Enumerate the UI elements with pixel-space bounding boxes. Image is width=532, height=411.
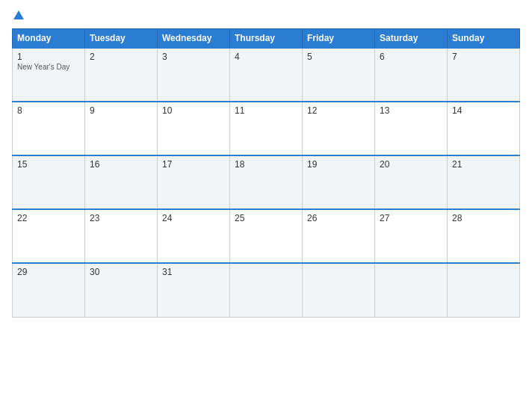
calendar-cell: 11 — [230, 102, 303, 155]
day-number: 6 — [380, 52, 442, 62]
weekday-header-friday: Friday — [303, 29, 375, 49]
logo-icon — [12, 9, 25, 22]
day-number: 22 — [17, 213, 80, 223]
day-number: 11 — [235, 105, 297, 116]
week-row-2: 891011121314 — [13, 102, 520, 155]
day-number: 28 — [452, 213, 515, 223]
weekday-header-sunday: Sunday — [448, 29, 520, 49]
calendar-cell: 23 — [85, 209, 158, 263]
calendar-cell: 6 — [375, 48, 448, 102]
day-number: 24 — [162, 213, 225, 223]
logo — [12, 9, 25, 22]
day-number: 5 — [307, 52, 370, 62]
calendar-cell — [448, 263, 520, 317]
day-number: 13 — [380, 105, 442, 116]
calendar-container: MondayTuesdayWednesdayThursdayFridaySatu… — [0, 0, 532, 411]
calendar-cell: 24 — [158, 209, 230, 263]
day-number: 4 — [235, 52, 297, 62]
calendar-cell: 28 — [448, 209, 520, 263]
day-number: 23 — [90, 213, 152, 223]
calendar-cell — [303, 263, 375, 317]
calendar-cell — [375, 263, 448, 317]
holiday-name: New Year's Day — [17, 63, 80, 71]
calendar-header — [12, 9, 520, 22]
calendar-cell — [230, 263, 303, 317]
weekday-header-row: MondayTuesdayWednesdayThursdayFridaySatu… — [13, 29, 520, 49]
day-number: 29 — [17, 267, 80, 277]
calendar-cell: 25 — [230, 209, 303, 263]
calendar-cell: 16 — [85, 155, 158, 209]
calendar-cell: 10 — [158, 102, 230, 155]
calendar-cell: 22 — [13, 209, 85, 263]
day-number: 2 — [90, 52, 152, 62]
calendar-cell: 18 — [230, 155, 303, 209]
calendar-cell: 26 — [303, 209, 375, 263]
calendar-cell: 27 — [375, 209, 448, 263]
calendar-cell: 29 — [13, 263, 85, 317]
calendar-cell: 14 — [448, 102, 520, 155]
calendar-cell: 5 — [303, 48, 375, 102]
calendar-cell: 19 — [303, 155, 375, 209]
day-number: 14 — [452, 105, 515, 116]
week-row-5: 293031 — [13, 263, 520, 317]
calendar-cell: 17 — [158, 155, 230, 209]
weekday-header-wednesday: Wednesday — [158, 29, 230, 49]
week-row-3: 15161718192021 — [13, 155, 520, 209]
day-number: 7 — [452, 52, 515, 62]
day-number: 15 — [17, 159, 80, 170]
calendar-table: MondayTuesdayWednesdayThursdayFridaySatu… — [12, 28, 520, 318]
calendar-cell: 7 — [448, 48, 520, 102]
weekday-header-saturday: Saturday — [375, 29, 448, 49]
day-number: 26 — [307, 213, 370, 223]
calendar-cell: 4 — [230, 48, 303, 102]
calendar-cell: 13 — [375, 102, 448, 155]
calendar-cell: 20 — [375, 155, 448, 209]
day-number: 27 — [380, 213, 442, 223]
day-number: 1 — [17, 52, 80, 62]
svg-marker-0 — [13, 10, 24, 19]
calendar-cell: 21 — [448, 155, 520, 209]
day-number: 31 — [162, 267, 225, 277]
week-row-1: 1New Year's Day234567 — [13, 48, 520, 102]
calendar-cell: 1New Year's Day — [13, 48, 85, 102]
calendar-cell: 31 — [158, 263, 230, 317]
week-row-4: 22232425262728 — [13, 209, 520, 263]
day-number: 17 — [162, 159, 225, 170]
weekday-header-thursday: Thursday — [230, 29, 303, 49]
day-number: 25 — [235, 213, 297, 223]
calendar-cell: 15 — [13, 155, 85, 209]
day-number: 8 — [17, 105, 80, 116]
day-number: 3 — [162, 52, 225, 62]
weekday-header-monday: Monday — [13, 29, 85, 49]
weekday-header-tuesday: Tuesday — [85, 29, 158, 49]
calendar-cell: 2 — [85, 48, 158, 102]
calendar-cell: 9 — [85, 102, 158, 155]
day-number: 9 — [90, 105, 152, 116]
calendar-cell: 8 — [13, 102, 85, 155]
calendar-cell: 3 — [158, 48, 230, 102]
day-number: 16 — [90, 159, 152, 170]
day-number: 12 — [307, 105, 370, 116]
calendar-cell: 12 — [303, 102, 375, 155]
day-number: 20 — [380, 159, 442, 170]
calendar-cell: 30 — [85, 263, 158, 317]
day-number: 21 — [452, 159, 515, 170]
day-number: 19 — [307, 159, 370, 170]
day-number: 10 — [162, 105, 225, 116]
day-number: 18 — [235, 159, 297, 170]
day-number: 30 — [90, 267, 152, 277]
